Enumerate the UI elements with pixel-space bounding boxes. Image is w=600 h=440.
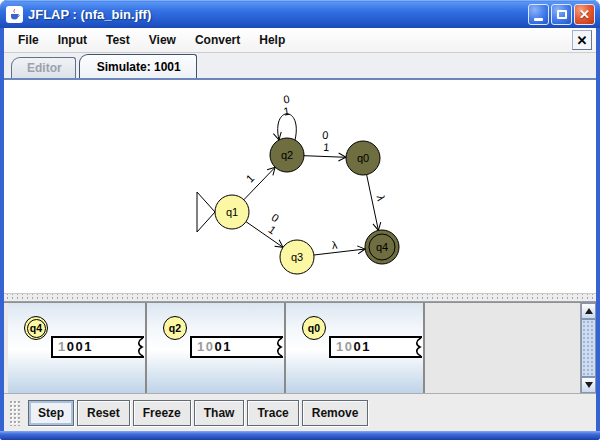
transition-label: 0 <box>269 211 281 224</box>
config-state-label: q4 <box>30 322 42 334</box>
arrow-up-icon <box>585 308 593 314</box>
automaton-canvas[interactable]: 0 1 0 1 1 0 1 <box>4 80 596 293</box>
menu-test[interactable]: Test <box>97 30 140 50</box>
transition-label: 1 <box>283 105 291 118</box>
arrow-down-icon <box>585 382 593 388</box>
transition-label: 0 <box>322 129 329 141</box>
minimize-button[interactable] <box>528 4 549 25</box>
dismiss-tab-button[interactable]: ✕ <box>572 30 592 50</box>
configuration-list: q4 1001 q2 1001 <box>4 302 580 393</box>
state-q3[interactable]: q3 <box>280 240 314 274</box>
scrollbar-thumb[interactable] <box>581 319 596 377</box>
close-icon: ✕ <box>579 8 590 21</box>
maximize-icon <box>557 10 567 19</box>
input-tape: 1001 <box>51 336 144 358</box>
config-state-badge: q0 <box>302 316 326 340</box>
state-q0[interactable]: q0 <box>346 141 380 175</box>
menu-view[interactable]: View <box>140 30 186 50</box>
configuration-panel: q4 1001 q2 1001 <box>4 302 596 393</box>
transition-q3-q4: λ <box>314 239 365 255</box>
scroll-up-button[interactable] <box>581 303 596 319</box>
close-button[interactable]: ✕ <box>574 4 595 25</box>
maximize-button[interactable] <box>551 4 572 25</box>
state-label: q0 <box>357 152 369 164</box>
split-divider[interactable] <box>4 293 596 302</box>
config-scrollbar <box>580 302 596 393</box>
titlebar[interactable]: JFLAP : (nfa_bin.jff) ✕ <box>0 0 600 28</box>
reset-button[interactable]: Reset <box>77 400 130 426</box>
tab-simulate[interactable]: Simulate: 1001 <box>79 54 197 78</box>
scroll-down-button[interactable] <box>581 377 596 393</box>
minimize-icon <box>534 18 543 21</box>
state-q1[interactable]: q1 <box>215 195 249 229</box>
step-button[interactable]: Step <box>28 400 74 426</box>
state-label: q2 <box>281 149 293 161</box>
transition-label: 0 <box>283 93 291 106</box>
toolbar-drag-handle[interactable] <box>9 400 20 426</box>
state-label: q3 <box>291 251 303 263</box>
jflap-window: JFLAP : (nfa_bin.jff) ✕ File Input Test … <box>0 0 600 440</box>
tape-tear-icon <box>413 336 422 358</box>
simulation-toolbar: Step Reset Freeze Thaw Trace Remove <box>4 393 596 431</box>
configuration-list-empty <box>425 303 580 393</box>
tape-tear-icon <box>274 336 283 358</box>
tape-remaining: 001 <box>67 339 93 354</box>
state-label: q4 <box>376 241 388 253</box>
menu-file[interactable]: File <box>9 30 49 50</box>
window-bottom-border <box>0 431 600 440</box>
input-tape: 1001 <box>329 336 422 358</box>
menubar: File Input Test View Convert Help ✕ <box>4 28 596 53</box>
trace-button[interactable]: Trace <box>247 400 298 426</box>
transition-q1-q2: 1 <box>244 167 276 200</box>
tape-remaining: 01 <box>214 339 231 354</box>
configuration-card[interactable]: q4 1001 <box>8 303 147 393</box>
transition-q1-q3: 0 1 <box>246 211 283 247</box>
remove-button[interactable]: Remove <box>302 400 369 426</box>
tape-remaining: 01 <box>353 339 370 354</box>
state-label: q1 <box>226 206 238 218</box>
state-q2[interactable]: q2 <box>270 138 304 172</box>
java-app-icon <box>6 6 23 23</box>
menu-help[interactable]: Help <box>250 30 295 50</box>
tab-editor[interactable]: Editor <box>11 57 76 78</box>
transition-q0-q4: λ <box>367 175 388 231</box>
tape-processed: 1 <box>58 339 67 354</box>
transition-label: λ <box>374 194 387 202</box>
transition-label: 1 <box>266 223 278 236</box>
config-state-label: q2 <box>169 322 181 334</box>
window-body: File Input Test View Convert Help ✕ Edit… <box>4 28 596 431</box>
tape-tear-icon <box>135 336 144 358</box>
thaw-button[interactable]: Thaw <box>194 400 245 426</box>
window-title: JFLAP : (nfa_bin.jff) <box>28 7 528 22</box>
transition-q2-q0: 0 1 <box>304 129 346 157</box>
config-state-badge: q2 <box>163 316 187 340</box>
config-state-badge: q4 <box>24 316 48 340</box>
state-q4[interactable]: q4 <box>365 230 399 264</box>
freeze-button[interactable]: Freeze <box>133 400 191 426</box>
configuration-card[interactable]: q2 1001 <box>147 303 286 393</box>
transition-label: 1 <box>323 141 330 153</box>
transition-q2-q2: 0 1 <box>278 93 297 140</box>
tape-processed: 10 <box>197 339 214 354</box>
tab-strip: Editor Simulate: 1001 <box>4 53 596 80</box>
configuration-card[interactable]: q0 1001 <box>286 303 425 393</box>
menu-input[interactable]: Input <box>49 30 97 50</box>
menu-convert[interactable]: Convert <box>186 30 250 50</box>
input-tape: 1001 <box>190 336 283 358</box>
tape-processed: 10 <box>336 339 353 354</box>
config-state-label: q0 <box>308 322 320 334</box>
transition-label: 1 <box>244 172 257 185</box>
transition-label: λ <box>331 239 338 252</box>
initial-state-arrow <box>197 192 215 232</box>
